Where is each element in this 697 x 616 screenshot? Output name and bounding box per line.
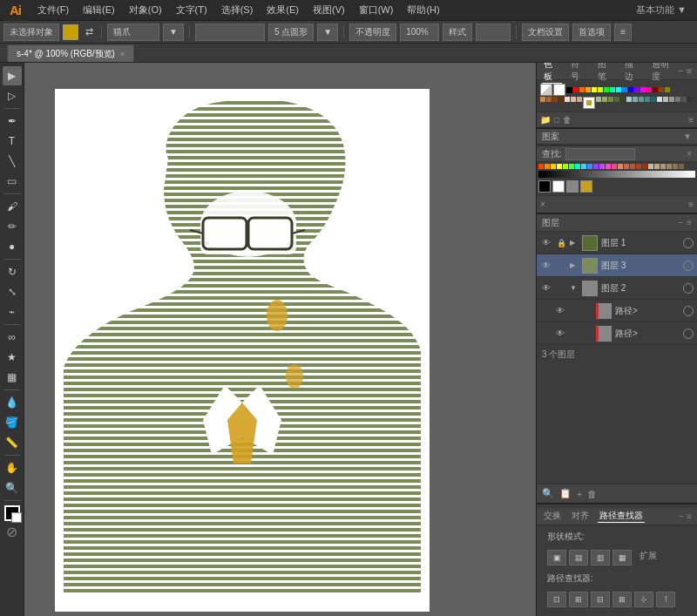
layer-2-visibility[interactable]: 👁 bbox=[540, 282, 552, 294]
color-swatch[interactable] bbox=[599, 164, 605, 169]
layer-2-target[interactable] bbox=[683, 283, 694, 294]
color-swatch[interactable] bbox=[610, 87, 615, 92]
color-swatch[interactable] bbox=[653, 87, 658, 92]
pathfinder-menu[interactable]: ≡ bbox=[687, 511, 692, 521]
color-swatch[interactable] bbox=[646, 87, 652, 92]
color-swatch[interactable] bbox=[546, 97, 552, 102]
new-layer-icon[interactable]: + bbox=[577, 489, 582, 499]
menu-text[interactable]: 文字(T) bbox=[169, 0, 214, 21]
opacity-value[interactable]: 100% bbox=[400, 24, 439, 41]
color-box-black[interactable] bbox=[538, 180, 551, 193]
menu-edit[interactable]: 编辑(E) bbox=[76, 0, 122, 21]
tab-stroke[interactable]: 描边 bbox=[623, 63, 643, 84]
swap-colors-icon[interactable]: ⇄ bbox=[82, 25, 96, 39]
exclude-btn[interactable]: ▦ bbox=[612, 550, 632, 565]
find-layer-icon[interactable]: 🔍 bbox=[542, 488, 554, 499]
color-swatch[interactable] bbox=[585, 87, 591, 92]
layer-1-visibility[interactable]: 👁 bbox=[540, 237, 552, 249]
color-swatch[interactable] bbox=[673, 164, 678, 169]
brushes-search-input[interactable] bbox=[565, 148, 635, 160]
color-swatch[interactable] bbox=[642, 164, 647, 169]
blend-tool[interactable]: ∞ bbox=[3, 328, 22, 347]
color-swatch[interactable] bbox=[540, 97, 545, 102]
color-swatch[interactable] bbox=[618, 164, 623, 169]
color-swatch[interactable] bbox=[663, 97, 668, 102]
workspace-switcher[interactable]: 基本功能 ▼ bbox=[629, 3, 694, 17]
color-swatch[interactable] bbox=[602, 97, 607, 102]
color-swatch[interactable] bbox=[577, 97, 582, 102]
layers-collapse-icon[interactable]: − bbox=[678, 218, 683, 227]
menu-help[interactable]: 帮助(H) bbox=[400, 0, 446, 21]
color-swatch[interactable] bbox=[581, 164, 586, 169]
type-tool[interactable]: T bbox=[3, 132, 22, 151]
color-swatch[interactable] bbox=[624, 164, 629, 169]
color-swatch[interactable] bbox=[596, 97, 601, 102]
layers-menu-icon[interactable]: ≡ bbox=[687, 218, 692, 227]
layer-comp-icon[interactable]: 📋 bbox=[559, 488, 572, 499]
color-swatch[interactable] bbox=[563, 164, 568, 169]
layer-3-visibility[interactable]: 👁 bbox=[540, 260, 552, 272]
layer-1-target[interactable] bbox=[683, 238, 694, 248]
scale-tool[interactable]: ⤡ bbox=[3, 282, 22, 301]
minus-back-btn[interactable]: ⊺ bbox=[656, 592, 675, 607]
color-swatch[interactable] bbox=[675, 97, 680, 102]
color-swatch[interactable] bbox=[681, 97, 687, 102]
color-swatch[interactable] bbox=[659, 87, 664, 92]
color-swatch[interactable] bbox=[640, 87, 646, 92]
color-swatch[interactable] bbox=[636, 164, 641, 169]
tab-transform[interactable]: 交换 bbox=[542, 510, 563, 523]
layer-row-1[interactable]: 👁 🔒 ▶ 图层 1 bbox=[537, 232, 697, 254]
color-swatch[interactable] bbox=[573, 87, 579, 92]
color-swatch[interactable] bbox=[628, 87, 633, 92]
menu-view[interactable]: 视图(V) bbox=[306, 0, 352, 21]
zoom-tool[interactable]: 🔍 bbox=[3, 478, 22, 498]
color-swatch[interactable] bbox=[654, 164, 660, 169]
color-swatch[interactable] bbox=[545, 164, 550, 169]
new-swatch-icon[interactable]: □ bbox=[554, 115, 559, 125]
color-swatch[interactable] bbox=[648, 164, 653, 169]
color-swatch[interactable] bbox=[606, 164, 611, 169]
trim-btn[interactable]: ⊞ bbox=[569, 592, 588, 607]
color-swatch[interactable] bbox=[592, 87, 597, 92]
column-chart-tool[interactable]: ▦ bbox=[3, 368, 22, 387]
color-swatch[interactable] bbox=[565, 97, 570, 102]
menu-select[interactable]: 选择(S) bbox=[214, 0, 261, 21]
layer-row-path2[interactable]: 👁 路径> bbox=[537, 322, 697, 345]
crop-btn[interactable]: ⊠ bbox=[612, 592, 632, 607]
color-swatch[interactable] bbox=[634, 87, 639, 92]
path-2-target[interactable] bbox=[683, 328, 694, 339]
color-swatch[interactable] bbox=[557, 164, 562, 169]
intersect-btn[interactable]: ▥ bbox=[591, 550, 610, 565]
color-swatch[interactable] bbox=[667, 164, 672, 169]
color-swatch[interactable] bbox=[630, 164, 635, 169]
first-page-btn[interactable]: 首选项 bbox=[572, 24, 611, 41]
color-swatch[interactable] bbox=[604, 87, 609, 92]
color-swatch[interactable] bbox=[645, 97, 650, 102]
pattern-collapse[interactable]: ▼ bbox=[683, 132, 692, 141]
menu-effect[interactable]: 效果(E) bbox=[260, 0, 306, 21]
blob-brush-tool[interactable]: ● bbox=[3, 237, 22, 256]
color-swatch[interactable] bbox=[622, 87, 627, 92]
swatch-menu-icon[interactable]: ≡ bbox=[688, 115, 694, 125]
color-swatch[interactable] bbox=[620, 97, 626, 102]
color-box-white[interactable] bbox=[552, 180, 565, 193]
color-swatch[interactable] bbox=[558, 97, 564, 102]
color-swatch[interactable] bbox=[657, 97, 662, 102]
color-swatch[interactable] bbox=[587, 164, 592, 169]
rect-tool[interactable]: ▭ bbox=[3, 172, 22, 191]
canvas-area[interactable] bbox=[24, 63, 536, 616]
rotate-tool[interactable]: ↻ bbox=[3, 262, 22, 281]
measure-tool[interactable]: 📏 bbox=[3, 433, 22, 452]
color-swatch[interactable] bbox=[633, 97, 638, 102]
unite-btn[interactable]: ▣ bbox=[547, 550, 566, 565]
selection-tool[interactable]: ▶ bbox=[3, 66, 22, 85]
layer-row-2[interactable]: 👁 ▼ 图层 2 bbox=[537, 277, 697, 300]
color-swatch[interactable] bbox=[614, 97, 619, 102]
divide-btn[interactable]: ⊡ bbox=[547, 592, 566, 607]
color-swatch[interactable] bbox=[687, 97, 693, 102]
new-color-group-icon[interactable]: 📁 bbox=[540, 115, 551, 125]
eyedropper-tool[interactable]: 💧 bbox=[3, 393, 22, 412]
path-2-visibility[interactable]: 👁 bbox=[554, 328, 566, 340]
pen-tool[interactable]: ✒ bbox=[3, 112, 22, 131]
tab-swatches[interactable]: 色板 bbox=[542, 63, 562, 84]
